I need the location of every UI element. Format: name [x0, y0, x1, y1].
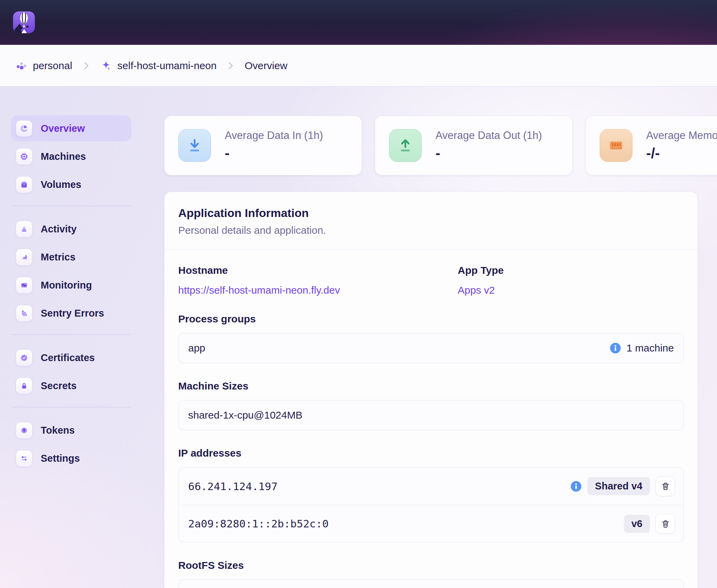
sidebar-item-label: Overview: [41, 123, 85, 134]
pie-chart-icon: [16, 120, 32, 137]
chevron-right-icon: [225, 61, 236, 71]
panel-subtitle: Personal details and application.: [178, 225, 684, 236]
hostname-label: Hostname: [178, 265, 458, 276]
pulse-icon: [16, 277, 32, 294]
sidebar-item-settings[interactable]: Settings: [11, 445, 131, 471]
sidebar-item-overview[interactable]: Overview: [11, 115, 131, 141]
sidebar-item-label: Activity: [41, 223, 77, 235]
sliders-icon: [16, 450, 32, 467]
trash-icon: [661, 519, 670, 528]
sidebar-divider: [12, 334, 131, 335]
stat-title: Average Data In (1h): [225, 129, 323, 142]
ip-address: 66.241.124.197: [188, 480, 277, 493]
main-content: Average Data In (1h) - Average Data Out …: [164, 116, 717, 588]
sidebar-divider: [12, 206, 131, 206]
badge-check-icon: [16, 349, 32, 366]
sidebar-item-activity[interactable]: Activity: [11, 216, 131, 242]
sidebar-item-secrets[interactable]: Secrets: [11, 373, 131, 399]
sidebar-item-label: Metrics: [41, 252, 76, 263]
breadcrumb: personal self-host-umami-neon Overview: [0, 45, 717, 87]
stat-title: Average Memory: [646, 129, 717, 142]
delete-ip-button[interactable]: [655, 514, 675, 534]
bar-chart-icon: [16, 249, 32, 266]
sidebar-item-label: Settings: [41, 453, 80, 464]
rootfs-row: 471 MB 1 machine: [178, 579, 684, 588]
rootfs-sizes-label: RootFS Sizes: [178, 560, 684, 571]
sidebar-item-label: Volumes: [41, 179, 81, 190]
chevron-right-icon: [81, 61, 91, 71]
ip-version-badge: v6: [624, 515, 650, 533]
sidebar-item-machines[interactable]: Machines: [11, 143, 131, 169]
organization-dots-icon: [15, 60, 27, 72]
stat-title: Average Data Out (1h): [435, 129, 542, 142]
hostname-link[interactable]: https://self-host-umami-neon.fly.dev: [178, 284, 458, 296]
ip-row-v6: 2a09:8280:1::2b:b52c:0 v6: [179, 505, 683, 542]
ip-addresses-list: 66.241.124.197 Shared v4: [178, 467, 684, 542]
app-type-link[interactable]: Apps v2: [458, 284, 504, 296]
stack-icon: [16, 221, 32, 238]
sidebar-item-sentry-errors[interactable]: Sentry Errors: [11, 300, 131, 326]
breadcrumb-item-personal[interactable]: personal: [15, 60, 72, 72]
stat-value: -/-: [646, 145, 717, 162]
stat-value: -: [225, 145, 323, 162]
sidebar: Overview Machines Volum: [11, 115, 131, 473]
process-group-row: app 1 machine: [178, 333, 684, 363]
sidebar-item-label: Tokens: [41, 425, 75, 436]
process-group-machine-count: 1 machine: [627, 342, 674, 354]
ip-addresses-label: IP addresses: [178, 447, 684, 459]
sidebar-divider: [12, 407, 131, 407]
lock-icon: [16, 378, 32, 394]
download-icon: [178, 129, 211, 162]
memory-icon: [600, 129, 633, 162]
machine-size-value: shared-1x-cpu@1024MB: [188, 409, 302, 421]
stat-value: -: [435, 145, 542, 162]
sentry-icon: [16, 305, 32, 322]
stat-card-data-in: Average Data In (1h) -: [164, 116, 362, 175]
breadcrumb-label: self-host-umami-neon: [117, 60, 217, 72]
info-icon[interactable]: [610, 342, 621, 354]
stat-cards-row: Average Data In (1h) - Average Data Out …: [164, 116, 717, 175]
sidebar-item-tokens[interactable]: Tokens: [11, 417, 131, 443]
sidebar-item-volumes[interactable]: Volumes: [11, 171, 131, 197]
stat-card-data-out: Average Data Out (1h) -: [375, 116, 573, 175]
sidebar-item-monitoring[interactable]: Monitoring: [11, 272, 131, 298]
process-group-name: app: [188, 342, 205, 354]
breadcrumb-item-overview[interactable]: Overview: [245, 60, 287, 72]
panel-title: Application Information: [178, 206, 684, 220]
info-icon[interactable]: [570, 481, 582, 492]
package-icon: [16, 176, 32, 193]
keyhole-icon: [16, 422, 32, 439]
machine-sizes-label: Machine Sizes: [178, 380, 684, 392]
ip-version-badge: Shared v4: [587, 477, 650, 495]
machine-size-row: shared-1x-cpu@1024MB: [178, 400, 684, 430]
ip-address: 2a09:8280:1::2b:b52c:0: [188, 517, 329, 530]
sidebar-item-certificates[interactable]: Certificates: [11, 345, 131, 371]
top-header: [0, 0, 717, 45]
ip-row-v4: 66.241.124.197 Shared v4: [179, 468, 683, 505]
sparkle-icon: [100, 60, 112, 72]
chip-icon: [16, 148, 32, 165]
upload-icon: [389, 129, 422, 162]
process-groups-label: Process groups: [178, 313, 684, 325]
sidebar-item-label: Monitoring: [41, 280, 92, 291]
panel-header: Application Information Personal details…: [165, 192, 698, 250]
breadcrumb-label: Overview: [245, 60, 287, 72]
delete-ip-button[interactable]: [655, 476, 675, 496]
application-information-panel: Application Information Personal details…: [164, 192, 698, 588]
trash-icon: [661, 482, 670, 491]
breadcrumb-label: personal: [33, 60, 72, 72]
sidebar-item-label: Sentry Errors: [41, 308, 104, 319]
sidebar-item-label: Certificates: [41, 352, 95, 363]
breadcrumb-item-app[interactable]: self-host-umami-neon: [100, 60, 217, 72]
app-type-label: App Type: [458, 265, 504, 276]
sidebar-item-label: Machines: [41, 151, 86, 162]
fly-logo-icon[interactable]: [12, 11, 36, 34]
sidebar-item-label: Secrets: [41, 380, 77, 392]
sidebar-item-metrics[interactable]: Metrics: [11, 244, 131, 270]
stat-card-memory: Average Memory -/-: [586, 116, 717, 175]
